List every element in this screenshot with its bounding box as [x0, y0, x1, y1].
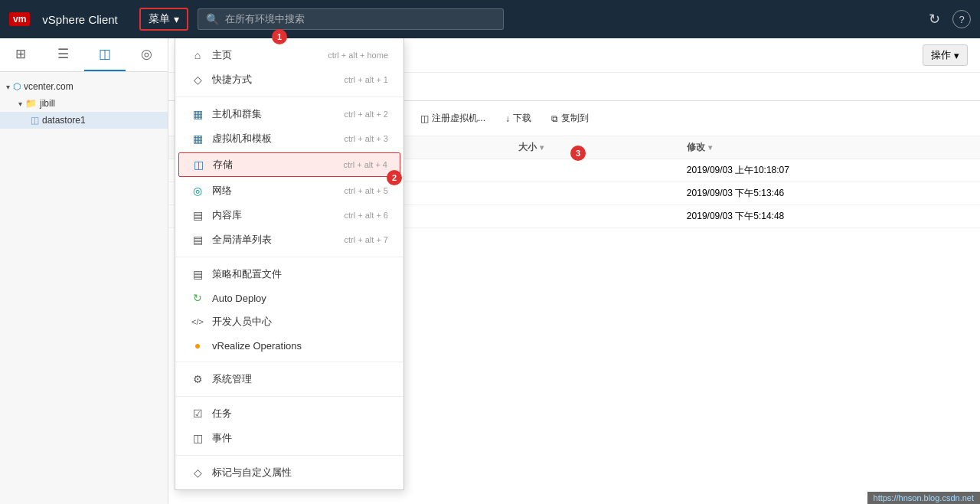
tree-item-vcenter[interactable]: ▾ ⬡ vcenter.com: [0, 78, 168, 95]
sidebar: ⊞ ☰ ◫ ◎ ▾ ⬡ vcenter.com ▾ 📁 jibill ◫ dat…: [0, 38, 168, 504]
sort-size-icon[interactable]: ▾: [540, 143, 544, 152]
menu-item-tags[interactable]: ◇ 标记与自定义属性: [175, 460, 403, 485]
refresh-icon[interactable]: ↻: [929, 11, 940, 28]
vm-logo: vm: [9, 12, 30, 26]
folder-icon: 📁: [25, 98, 37, 109]
sort-mod-icon[interactable]: ▾: [708, 143, 712, 152]
sysadmin-icon: ⚙: [191, 373, 204, 385]
menu-item-vrealize[interactable]: ● vRealize Operations: [175, 334, 403, 357]
menu-item-vms[interactable]: ▦ 虚拟机和模板 ctrl + alt + 3: [175, 126, 403, 151]
menu-item-autodeploy[interactable]: ↻ Auto Deploy: [175, 286, 403, 309]
menu-item-policies-label: 策略和配置文件: [212, 267, 282, 281]
tree-item-datastore1[interactable]: ◫ datastore1: [0, 112, 168, 129]
vrealize-icon: ●: [191, 339, 204, 352]
copy-button[interactable]: ⧉ 复制到: [544, 108, 596, 129]
menu-button[interactable]: 菜单 ▾: [139, 8, 188, 31]
menu-item-network[interactable]: ◎ 网络 ctrl + alt + 5: [175, 178, 403, 203]
col-mod-header: 修改 ▾: [687, 141, 968, 154]
file-mod-cell: 2019/09/03 上午10:18:07: [687, 164, 968, 177]
menu-section-1: ⌂ 主页 ctrl + alt + home ◇ 快捷方式 ctrl + alt…: [175, 38, 403, 97]
actions-label: 操作: [931, 48, 951, 62]
sidebar-tab-storage[interactable]: ◫: [84, 38, 126, 71]
menu-item-events-label: 事件: [212, 431, 232, 445]
menu-item-home[interactable]: ⌂ 主页 ctrl + alt + home: [175, 43, 403, 67]
sidebar-tab-network[interactable]: ◎: [126, 38, 168, 71]
step-3-badge: 3: [570, 146, 586, 161]
menu-item-library[interactable]: ▤ 内容库 ctrl + alt + 6: [175, 203, 403, 227]
storage-icon: ◫: [191, 159, 205, 171]
vms-icon: ▦: [191, 133, 204, 145]
home-icon: ⌂: [191, 49, 204, 61]
menu-section-6: ◇ 标记与自定义属性: [175, 456, 403, 489]
menu-item-hosts-label: 主机和群集: [212, 107, 262, 121]
download-icon: ↓: [505, 113, 510, 124]
tree-item-jibill[interactable]: ▾ 📁 jibill: [0, 95, 168, 112]
menu-item-events[interactable]: ◫ 事件: [175, 426, 403, 450]
search-placeholder: 在所有环境中搜索: [225, 12, 305, 26]
menu-item-shortcuts[interactable]: ◇ 快捷方式 ctrl + alt + 1: [175, 67, 403, 92]
menu-item-vms-label: 虚拟机和模板: [212, 132, 272, 146]
vcenter-icon: ⬡: [13, 81, 21, 92]
jibill-label: jibill: [40, 98, 55, 109]
chevron-expand-jibill-icon: ▾: [18, 100, 22, 108]
sidebar-tab-list[interactable]: ☰: [42, 38, 84, 71]
menu-item-hosts[interactable]: ▦ 主机和群集 ctrl + alt + 2: [175, 102, 403, 126]
menu-item-vms-shortcut: ctrl + alt + 3: [345, 134, 388, 143]
menu-item-inventory-shortcut: ctrl + alt + 7: [345, 235, 388, 244]
menu-label: 菜单: [149, 12, 170, 26]
hosts-icon: ▦: [191, 108, 204, 120]
menu-item-storage-shortcut: ctrl + alt + 4: [344, 160, 387, 169]
sidebar-tree: ▾ ⬡ vcenter.com ▾ 📁 jibill ◫ datastore1: [0, 72, 168, 504]
copy-label: 复制到: [561, 112, 589, 125]
shortcuts-icon: ◇: [191, 74, 204, 86]
header-right: ↻ ?: [929, 10, 971, 28]
download-button[interactable]: ↓ 下载: [498, 108, 538, 129]
search-icon: 🔍: [206, 13, 219, 25]
chevron-expand-icon: ▾: [6, 83, 10, 91]
menu-item-tasks-label: 任务: [212, 407, 232, 421]
tags-icon: ◇: [191, 466, 204, 479]
menu-item-tasks[interactable]: ☑ 任务: [175, 401, 403, 426]
register-vm-icon: ◫: [420, 113, 429, 124]
menu-item-policies[interactable]: ▤ 策略和配置文件: [175, 262, 403, 286]
network-icon: ◎: [191, 185, 204, 197]
library-icon: ▤: [191, 209, 204, 221]
main-layout: ⊞ ☰ ◫ ◎ ▾ ⬡ vcenter.com ▾ 📁 jibill ◫ dat…: [0, 38, 980, 504]
autodeploy-icon: ↻: [191, 292, 204, 304]
menu-item-vrealize-label: vRealize Operations: [212, 340, 302, 352]
register-vm-button[interactable]: ◫ 注册虚拟机...: [413, 108, 492, 129]
col-size-header: 大小 ▾: [518, 141, 687, 154]
file-mod-cell: 2019/09/03 下午5:14:48: [687, 210, 968, 223]
menu-item-storage-label: 存储: [213, 158, 233, 172]
help-icon[interactable]: ?: [952, 10, 971, 28]
actions-button[interactable]: 操作 ▾: [923, 44, 968, 66]
sidebar-tab-layout[interactable]: ⊞: [0, 38, 42, 71]
url-bar: https://hnson.blog.csdn.net: [867, 492, 980, 504]
menu-item-library-label: 内容库: [212, 208, 242, 222]
menu-item-tags-label: 标记与自定义属性: [212, 466, 292, 479]
datastore-icon: ◫: [31, 115, 39, 126]
menu-item-shortcuts-label: 快捷方式: [212, 73, 252, 87]
tasks-icon: ☑: [191, 407, 204, 420]
datastore1-label: datastore1: [42, 115, 86, 126]
menu-section-5: ☑ 任务 ◫ 事件: [175, 397, 403, 456]
menu-item-library-shortcut: ctrl + alt + 6: [345, 211, 388, 220]
actions-chevron-icon: ▾: [954, 50, 959, 61]
col-mod-label: 修改: [687, 141, 705, 154]
step-2-badge: 2: [387, 170, 402, 185]
header: vm vSphere Client 菜单 ▾ 🔍 在所有环境中搜索 ↻ ?: [0, 0, 980, 38]
policies-icon: ▤: [191, 268, 204, 280]
menu-section-3: ▤ 策略和配置文件 ↻ Auto Deploy </> 开发人员中心 ● vRe…: [175, 257, 403, 362]
menu-item-sysadmin[interactable]: ⚙ 系统管理: [175, 367, 403, 391]
copy-icon: ⧉: [551, 113, 558, 124]
chevron-down-icon: ▾: [174, 13, 179, 25]
menu-section-2: ▦ 主机和群集 ctrl + alt + 2 ▦ 虚拟机和模板 ctrl + a…: [175, 97, 403, 257]
menu-item-storage[interactable]: ◫ 存储 ctrl + alt + 4: [178, 152, 400, 177]
sidebar-tabs: ⊞ ☰ ◫ ◎: [0, 38, 168, 72]
search-bar[interactable]: 🔍 在所有环境中搜索: [198, 8, 504, 30]
inventory-icon: ▤: [191, 234, 204, 246]
menu-item-inventory[interactable]: ▤ 全局清单列表 ctrl + alt + 7: [175, 227, 403, 252]
menu-item-devhub[interactable]: </> 开发人员中心: [175, 309, 403, 334]
menu-item-network-label: 网络: [212, 184, 232, 198]
menu-item-home-label: 主页: [212, 48, 232, 62]
